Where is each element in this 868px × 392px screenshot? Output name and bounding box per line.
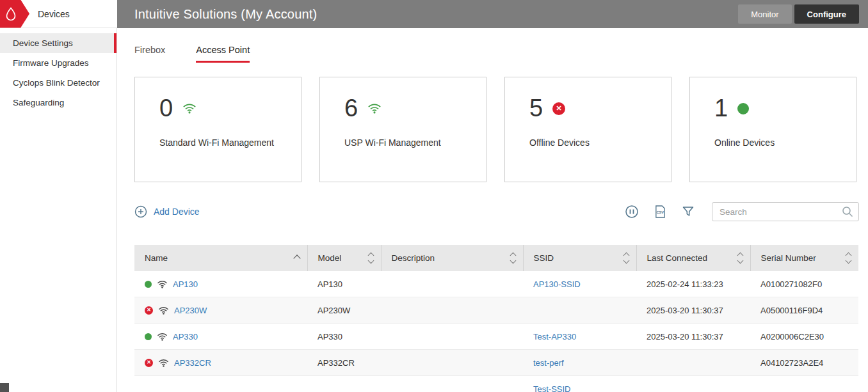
monitor-button[interactable]: Monitor (738, 4, 791, 24)
serial-cell (750, 376, 858, 392)
ssid-link[interactable]: Test-AP330 (533, 332, 576, 341)
search-icon[interactable] (842, 206, 853, 220)
description-cell (381, 297, 523, 324)
sidebar-item-label: Firmware Upgrades (13, 58, 89, 68)
sort-icon (511, 253, 517, 263)
stat-card-offline-devices: 5 ✕ Offline Devices (504, 77, 671, 182)
column-label: Name (145, 253, 168, 263)
sidebar: Device Settings Firmware Upgrades Cyclop… (0, 28, 117, 392)
configure-button[interactable]: Configure (794, 4, 859, 24)
table-row[interactable]: ✕AP230WAP230W2025-03-20 11:30:37A0500011… (134, 297, 858, 324)
pause-circle-icon[interactable] (625, 205, 639, 219)
name-cell: AP130 (134, 271, 307, 297)
sidebar-item-safeguarding[interactable]: Safeguarding (0, 93, 117, 113)
last-connected-cell: 2025-03-20 11:30:37 (636, 297, 750, 324)
search-input[interactable] (712, 202, 859, 221)
export-csv-icon[interactable]: CSV (654, 205, 666, 219)
device-name-link[interactable]: AP230W (174, 306, 207, 315)
plus-circle-icon (134, 205, 147, 218)
status-offline-icon: ✕ (145, 306, 153, 315)
main-content: Firebox Access Point 0 Standard Wi-Fi Ma… (117, 28, 868, 392)
name-cell: ✕AP332CR (134, 350, 307, 376)
stat-card-standard-wifi: 0 Standard Wi-Fi Management (134, 77, 301, 182)
device-table: Name Model Description SSID (134, 245, 858, 392)
column-header-ssid[interactable]: SSID (523, 245, 636, 271)
device-name-link[interactable]: AP130 (173, 279, 198, 289)
device-name-link[interactable]: AP330 (173, 332, 198, 341)
offline-x-icon: ✕ (552, 102, 565, 115)
name-cell: ✕AP230W (134, 297, 307, 324)
top-header: Devices Intuitive Solutions (My Account)… (0, 0, 868, 28)
table-header-row: Name Model Description SSID (134, 245, 858, 271)
ssid-cell: test-perf (523, 350, 636, 376)
model-cell (307, 376, 381, 392)
serial-cell: A05000116F9D4 (750, 297, 858, 324)
ssid-cell: Test-SSID (523, 376, 636, 392)
serial-cell: A0100271082F0 (750, 271, 858, 297)
stat-value: 1 (714, 95, 728, 122)
filter-icon[interactable] (682, 205, 695, 218)
stat-label: Standard Wi-Fi Management (159, 137, 294, 148)
drop-icon (4, 7, 17, 21)
wifi-icon (367, 103, 382, 114)
ssid-link[interactable]: Test-SSID (533, 384, 571, 392)
wifi-icon (158, 359, 169, 367)
description-cell (381, 271, 523, 297)
last-connected-cell: 2025-02-24 11:33:23 (636, 271, 750, 297)
table-row[interactable]: AP130AP130AP130-SSID2025-02-24 11:33:23A… (134, 271, 858, 297)
name-cell (134, 376, 307, 392)
device-name-link[interactable]: AP332CR (174, 358, 211, 368)
table-row[interactable]: AP330AP330Test-AP3302025-03-20 11:30:37A… (134, 324, 858, 350)
stat-value: 5 (529, 95, 543, 122)
ssid-cell (523, 297, 636, 324)
app-logo-box: Devices (0, 0, 117, 28)
sidebar-item-label: Safeguarding (13, 98, 64, 107)
stat-label: Online Devices (714, 137, 849, 148)
stat-card-online-devices: 1 Online Devices (689, 77, 856, 182)
status-offline-icon: ✕ (145, 359, 153, 367)
wifi-icon (157, 333, 168, 341)
table-row[interactable]: ✕AP332CRAP332CRtest-perfA04102723A2E4 (134, 350, 858, 376)
wifi-icon (157, 280, 168, 288)
sidebar-item-device-settings[interactable]: Device Settings (0, 33, 117, 53)
wifi-icon (158, 306, 169, 315)
wifi-icon (182, 103, 197, 114)
stat-value: 0 (159, 95, 173, 122)
sort-icon (738, 253, 744, 263)
column-label: Model (318, 253, 342, 263)
description-cell (381, 376, 523, 392)
description-cell (381, 350, 523, 376)
online-dot-icon (737, 103, 749, 114)
stats-section: 0 Standard Wi-Fi Management 6 USP Wi-Fi … (134, 77, 859, 182)
add-device-button[interactable]: Add Device (134, 205, 200, 218)
model-cell: AP330 (307, 324, 381, 350)
table-toolbar: Add Device CSV (134, 202, 859, 221)
tab-access-point[interactable]: Access Point (196, 45, 250, 63)
device-table-wrap: Name Model Description SSID (134, 245, 859, 392)
sidebar-item-firmware-upgrades[interactable]: Firmware Upgrades (0, 53, 117, 73)
column-header-description[interactable]: Description (381, 245, 523, 271)
ssid-link[interactable]: test-perf (533, 358, 564, 368)
sidebar-item-cyclops-blink-detector[interactable]: Cyclops Blink Detector (0, 73, 117, 93)
column-header-name[interactable]: Name (134, 245, 307, 271)
sort-asc-icon (294, 256, 301, 261)
description-cell (381, 324, 523, 350)
sidebar-item-label: Device Settings (13, 38, 73, 48)
app-label: Devices (38, 9, 70, 19)
table-row[interactable]: Test-SSID (134, 376, 858, 392)
name-cell: AP330 (134, 324, 307, 350)
tab-firebox[interactable]: Firebox (134, 45, 165, 63)
svg-text:CSV: CSV (656, 210, 664, 214)
ssid-link[interactable]: AP130-SSID (533, 279, 581, 289)
sidebar-item-label: Cyclops Blink Detector (13, 78, 100, 88)
serial-cell: A04102723A2E4 (750, 350, 858, 376)
status-online-icon (145, 333, 152, 340)
column-header-serial-number[interactable]: Serial Number (750, 245, 858, 271)
stat-label: USP Wi-Fi Management (344, 137, 479, 148)
last-connected-cell (636, 350, 750, 376)
model-cell: AP130 (307, 271, 381, 297)
sort-icon (846, 253, 852, 263)
column-header-model[interactable]: Model (307, 245, 381, 271)
column-header-last-connected[interactable]: Last Connected (636, 245, 750, 271)
column-label: Description (392, 253, 435, 263)
